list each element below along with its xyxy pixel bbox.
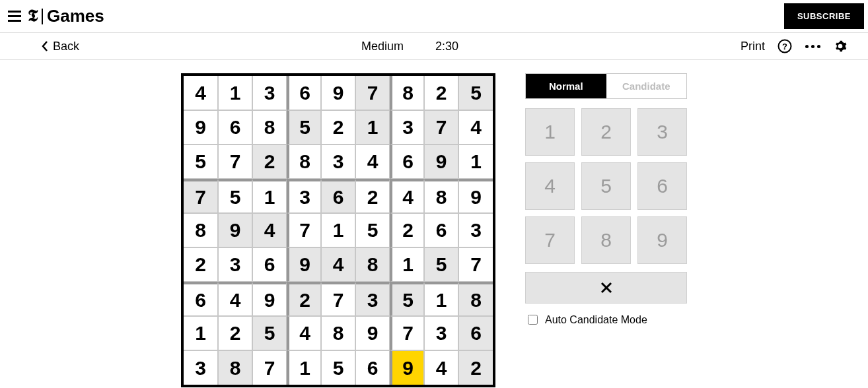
mode-normal-button[interactable]: Normal	[526, 74, 606, 98]
cell-r4-c0[interactable]: 8	[184, 213, 218, 247]
menu-icon[interactable]	[8, 11, 21, 22]
cell-r6-c0[interactable]: 6	[184, 282, 218, 316]
keypad-3[interactable]: 3	[637, 108, 687, 156]
cell-r0-c3[interactable]: 6	[287, 76, 321, 110]
cell-r3-c6[interactable]: 4	[390, 179, 424, 213]
cell-r6-c7[interactable]: 1	[424, 282, 458, 316]
cell-r7-c3[interactable]: 4	[287, 316, 321, 350]
cell-r0-c1[interactable]: 1	[218, 76, 252, 110]
cell-r6-c6[interactable]: 5	[390, 282, 424, 316]
help-button[interactable]: ?	[777, 38, 793, 54]
subscribe-button[interactable]: SUBSCRIBE	[784, 3, 864, 29]
cell-r0-c0[interactable]: 4	[184, 76, 218, 110]
cell-r0-c2[interactable]: 3	[252, 76, 287, 110]
cell-r1-c0[interactable]: 9	[184, 110, 218, 145]
cell-r2-c0[interactable]: 5	[184, 145, 218, 179]
cell-r8-c5[interactable]: 6	[355, 350, 390, 385]
cell-r2-c3[interactable]: 8	[287, 145, 321, 179]
cell-r3-c7[interactable]: 8	[424, 179, 458, 213]
mode-candidate-button[interactable]: Candidate	[606, 74, 687, 98]
cell-r4-c4[interactable]: 1	[321, 213, 355, 247]
cell-r3-c8[interactable]: 9	[458, 179, 493, 213]
cell-r0-c4[interactable]: 9	[321, 76, 355, 110]
cell-r3-c5[interactable]: 2	[355, 179, 390, 213]
cell-r8-c3[interactable]: 1	[287, 350, 321, 385]
cell-r7-c2[interactable]: 5	[252, 316, 287, 350]
cell-r5-c7[interactable]: 5	[424, 247, 458, 282]
cell-r2-c7[interactable]: 9	[424, 145, 458, 179]
keypad-7[interactable]: 7	[525, 216, 575, 264]
cell-r2-c4[interactable]: 3	[321, 145, 355, 179]
cell-r5-c2[interactable]: 6	[252, 247, 287, 282]
cell-r3-c2[interactable]: 1	[252, 179, 287, 213]
auto-candidate-toggle[interactable]: Auto Candidate Mode	[525, 313, 687, 327]
cell-r1-c5[interactable]: 1	[355, 110, 390, 145]
keypad-5[interactable]: 5	[581, 162, 631, 210]
cell-r6-c4[interactable]: 7	[321, 282, 355, 316]
cell-r1-c6[interactable]: 3	[390, 110, 424, 145]
cell-r3-c4[interactable]: 6	[321, 179, 355, 213]
cell-r1-c2[interactable]: 8	[252, 110, 287, 145]
cell-r5-c3[interactable]: 9	[287, 247, 321, 282]
cell-r6-c5[interactable]: 3	[355, 282, 390, 316]
cell-r0-c7[interactable]: 2	[424, 76, 458, 110]
cell-r4-c1[interactable]: 9	[218, 213, 252, 247]
keypad-1[interactable]: 1	[525, 108, 575, 156]
cell-r2-c2[interactable]: 2	[252, 145, 287, 179]
print-button[interactable]: Print	[741, 40, 765, 53]
cell-r3-c1[interactable]: 5	[218, 179, 252, 213]
cell-r7-c6[interactable]: 7	[390, 316, 424, 350]
cell-r1-c8[interactable]: 4	[458, 110, 493, 145]
cell-r5-c0[interactable]: 2	[184, 247, 218, 282]
cell-r5-c1[interactable]: 3	[218, 247, 252, 282]
cell-r8-c0[interactable]: 3	[184, 350, 218, 385]
keypad-6[interactable]: 6	[637, 162, 687, 210]
cell-r6-c1[interactable]: 4	[218, 282, 252, 316]
cell-r5-c4[interactable]: 4	[321, 247, 355, 282]
auto-candidate-checkbox[interactable]	[528, 315, 538, 325]
cell-r8-c4[interactable]: 5	[321, 350, 355, 385]
cell-r2-c5[interactable]: 4	[355, 145, 390, 179]
cell-r5-c5[interactable]: 8	[355, 247, 390, 282]
cell-r1-c7[interactable]: 7	[424, 110, 458, 145]
cell-r8-c7[interactable]: 4	[424, 350, 458, 385]
cell-r4-c6[interactable]: 2	[390, 213, 424, 247]
keypad-2[interactable]: 2	[581, 108, 631, 156]
cell-r4-c5[interactable]: 5	[355, 213, 390, 247]
keypad-4[interactable]: 4	[525, 162, 575, 210]
cell-r8-c1[interactable]: 8	[218, 350, 252, 385]
cell-r7-c7[interactable]: 3	[424, 316, 458, 350]
cell-r2-c1[interactable]: 7	[218, 145, 252, 179]
cell-r8-c8[interactable]: 2	[458, 350, 493, 385]
brand-logo[interactable]: 𝕿 Games	[28, 6, 104, 26]
cell-r2-c6[interactable]: 6	[390, 145, 424, 179]
delete-button[interactable]	[525, 272, 687, 304]
more-button[interactable]	[805, 38, 820, 54]
cell-r6-c2[interactable]: 9	[252, 282, 287, 316]
cell-r8-c2[interactable]: 7	[252, 350, 287, 385]
cell-r8-c6[interactable]: 9	[390, 350, 424, 385]
cell-r4-c8[interactable]: 3	[458, 213, 493, 247]
cell-r1-c1[interactable]: 6	[218, 110, 252, 145]
cell-r6-c8[interactable]: 8	[458, 282, 493, 316]
cell-r7-c4[interactable]: 8	[321, 316, 355, 350]
cell-r0-c5[interactable]: 7	[355, 76, 390, 110]
back-button[interactable]: Back	[41, 40, 79, 53]
cell-r3-c0[interactable]: 7	[184, 179, 218, 213]
cell-r1-c3[interactable]: 5	[287, 110, 321, 145]
cell-r4-c7[interactable]: 6	[424, 213, 458, 247]
keypad-9[interactable]: 9	[637, 216, 687, 264]
cell-r2-c8[interactable]: 1	[458, 145, 493, 179]
cell-r7-c5[interactable]: 9	[355, 316, 390, 350]
settings-button[interactable]	[832, 38, 848, 54]
cell-r5-c6[interactable]: 1	[390, 247, 424, 282]
keypad-8[interactable]: 8	[581, 216, 631, 264]
cell-r7-c1[interactable]: 2	[218, 316, 252, 350]
cell-r0-c6[interactable]: 8	[390, 76, 424, 110]
cell-r5-c8[interactable]: 7	[458, 247, 493, 282]
cell-r0-c8[interactable]: 5	[458, 76, 493, 110]
cell-r7-c0[interactable]: 1	[184, 316, 218, 350]
cell-r1-c4[interactable]: 2	[321, 110, 355, 145]
cell-r7-c8[interactable]: 6	[458, 316, 493, 350]
cell-r3-c3[interactable]: 3	[287, 179, 321, 213]
